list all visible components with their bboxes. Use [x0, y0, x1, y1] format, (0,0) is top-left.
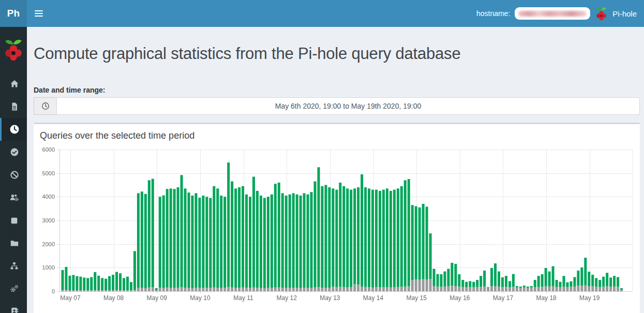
- pihole-raspberry-icon: [595, 7, 608, 21]
- sidebar-item-group-management[interactable]: [0, 186, 27, 209]
- app-logo[interactable]: Ph: [0, 0, 27, 27]
- queries-panel-title: Queries over the selected time period: [34, 124, 640, 142]
- date-range-input-group: [34, 97, 640, 115]
- sidebar-item-query-log[interactable]: [0, 95, 27, 118]
- date-range-input[interactable]: [56, 97, 640, 115]
- blacklist-ban-icon: [10, 170, 19, 180]
- hamburger-icon: [35, 10, 43, 11]
- sidebar-logo: [0, 27, 27, 72]
- tools-folder-icon: [10, 239, 19, 248]
- brand-name: Pi-hole: [612, 9, 637, 18]
- sidebar-item-whitelist[interactable]: [0, 141, 27, 163]
- navbar-right: hostname: Pi-hole: [476, 7, 644, 21]
- group-management-users-icon: [9, 193, 19, 202]
- queries-panel: Queries over the selected time period: [34, 123, 640, 313]
- top-navbar: Ph hostname: Pi-ho: [0, 0, 644, 27]
- home-icon: [10, 79, 19, 88]
- sidebar-item-disable[interactable]: [0, 209, 27, 232]
- sidebar-item-network[interactable]: [0, 255, 27, 277]
- sidebar-item-tools[interactable]: [0, 232, 27, 255]
- navbar: hostname: Pi-hole: [27, 0, 644, 27]
- disable-stop-icon: [10, 216, 19, 225]
- date-range-label: Date and time range:: [34, 86, 640, 94]
- sidebar-toggle-button[interactable]: [27, 0, 51, 27]
- sidebar-item-local-dns[interactable]: [0, 300, 27, 313]
- sidebar-item-blacklist[interactable]: [0, 163, 27, 186]
- hostname-value-redacted: [515, 7, 590, 20]
- sidebar-raspberry-icon: [3, 38, 24, 61]
- address-book-icon: [10, 307, 19, 313]
- query-log-icon: [10, 102, 19, 111]
- network-sitemap-icon: [9, 261, 19, 271]
- sidebar: [0, 27, 27, 313]
- page-title: Compute graphical statistics from the Pi…: [34, 44, 640, 63]
- clock-icon: [41, 102, 50, 110]
- whitelist-check-icon: [10, 147, 19, 157]
- main-content: Compute graphical statistics from the Pi…: [27, 0, 644, 313]
- sidebar-item-long-term-data[interactable]: [0, 118, 27, 141]
- date-range-addon: [34, 97, 56, 115]
- settings-gears-icon: [9, 284, 19, 293]
- hostname-label: hostname:: [476, 9, 510, 18]
- sidebar-item-settings[interactable]: [0, 277, 27, 300]
- redaction-smear: [518, 11, 587, 17]
- queries-over-time-chart[interactable]: [39, 145, 639, 309]
- sidebar-item-dashboard[interactable]: [0, 72, 27, 95]
- long-term-data-clock-icon: [9, 124, 20, 135]
- app-logo-text: Ph: [7, 8, 20, 19]
